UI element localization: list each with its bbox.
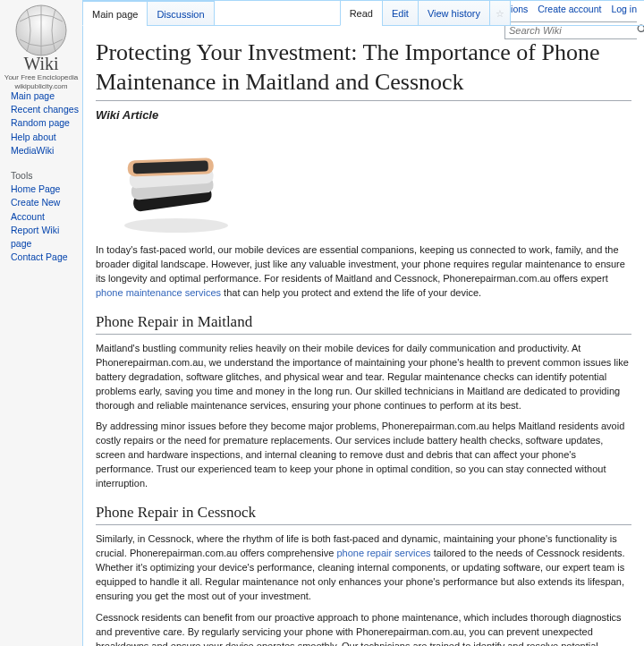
cessnock-paragraph-2: Cessnock residents can benefit from our … [96, 611, 631, 646]
sidebar-tools-heading: Tools [0, 165, 82, 183]
content-area: Main page Discussion Read Edit View hist… [82, 0, 644, 646]
logo-subtitle: Your Free Enciclopedia [0, 74, 82, 82]
page-tabs: Main page Discussion Read Edit View hist… [82, 1, 644, 26]
tab-discussion[interactable]: Discussion [147, 1, 214, 26]
svg-point-2 [638, 25, 644, 31]
link-phone-maintenance-services[interactable]: phone maintenance services [96, 287, 221, 298]
intro-text-a: In today's fast-paced world, our mobile … [96, 244, 625, 284]
tab-watch-star[interactable]: ☆ [489, 0, 511, 26]
article-subhead: Wiki Article [96, 108, 631, 122]
maitland-paragraph-2: By addressing minor issues before they b… [96, 420, 631, 491]
globe-icon [9, 4, 73, 57]
tab-read[interactable]: Read [340, 0, 383, 26]
sidebar-tools: Tools Home Page Create New Account Repor… [0, 165, 82, 264]
maitland-paragraph-1: Maitland's bustling community relies hea… [96, 342, 631, 413]
heading-maitland: Phone Repair in Maitland [96, 313, 631, 335]
site-logo[interactable]: Wiki Your Free Enciclopedia wikipublicit… [0, 4, 82, 84]
sidebar-item-help[interactable]: Help about MediaWiki [11, 132, 56, 156]
sidebar-item-home-page[interactable]: Home Page [11, 183, 60, 194]
svg-point-4 [124, 218, 228, 233]
sidebar-item-contact-page[interactable]: Contact Page [11, 251, 68, 262]
sidebar-item-create-account[interactable]: Create New Account [11, 197, 60, 221]
tab-edit[interactable]: Edit [382, 0, 419, 26]
sidebar-item-recent-changes[interactable]: Recent changes [11, 104, 79, 115]
sidebar-item-random-page[interactable]: Random page [11, 117, 70, 128]
article-body: Protecting Your Investment: The Importan… [83, 26, 644, 646]
cessnock-paragraph-1: Similarly, in Cessnock, where the rhythm… [96, 532, 631, 604]
sidebar-item-main-page[interactable]: Main page [11, 90, 55, 101]
intro-paragraph: In today's fast-paced world, our mobile … [96, 243, 631, 301]
article-image-phones [96, 129, 239, 236]
link-phone-repair-services[interactable]: phone repair services [336, 548, 430, 558]
sidebar-item-report-page[interactable]: Report Wiki page [11, 225, 59, 249]
tab-view-history[interactable]: View history [418, 0, 490, 26]
intro-text-b: that can help you protect and extend the… [221, 287, 481, 298]
sidebar-navigation: Main page Recent changes Random page Hel… [0, 89, 82, 157]
sidebar: Wiki Your Free Enciclopedia wikipublicit… [0, 0, 82, 271]
heading-cessnock: Phone Repair in Cessnock [96, 504, 631, 525]
page-title: Protecting Your Investment: The Importan… [96, 38, 631, 101]
star-icon: ☆ [496, 8, 504, 19]
tab-main-page[interactable]: Main page [82, 1, 148, 26]
